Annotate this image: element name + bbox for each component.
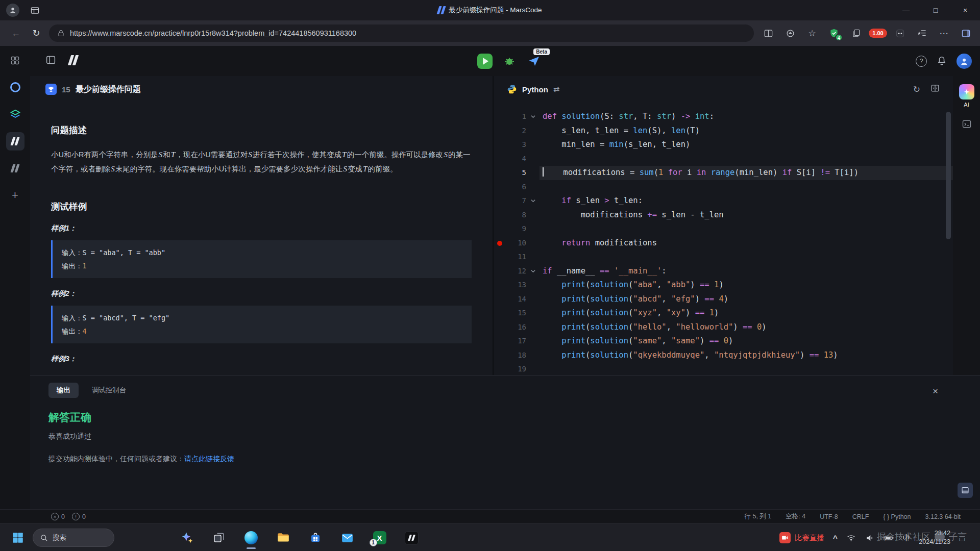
code-line-5[interactable]: 5 modifications = sum(1 for i in range(m… [494,166,953,180]
live-broadcast-button[interactable]: 比赛直播 [779,532,824,543]
rail-item-marscode-active[interactable] [6,132,24,151]
breakpoint-gutter[interactable] [494,124,505,138]
pages-icon[interactable] [850,27,862,39]
edge-icon[interactable] [244,531,258,545]
code-area[interactable]: 1def solution(S: str, T: str) -> int:2 s… [494,103,953,375]
code-line-6[interactable]: 6 [494,180,953,194]
favorites-bar-icon[interactable] [916,27,928,39]
line-number[interactable]: 19 [505,362,526,375]
code-line-15[interactable]: 15 print(solution("xyz", "xy") == 1) [494,306,953,320]
line-number[interactable]: 3 [505,138,526,152]
line-number[interactable]: 12 [505,264,526,279]
submit-button[interactable]: Beta [526,54,542,69]
feedback-link[interactable]: 请点此链接反馈 [184,455,234,463]
start-button[interactable] [11,531,24,544]
language-switch-icon[interactable]: ⇄ [553,85,560,94]
line-number[interactable]: 2 [505,124,526,138]
favorite-star-icon[interactable]: ☆ [806,27,818,39]
breakpoint-gutter[interactable] [494,278,505,292]
line-number[interactable]: 14 [505,292,526,307]
code-line-7[interactable]: 7 if s_len > t_len: [494,194,953,208]
line-number[interactable]: 4 [505,152,526,166]
browser-profile-avatar[interactable] [6,4,19,17]
code-line-4[interactable]: 4 [494,152,953,166]
line-number[interactable]: 7 [505,194,526,208]
line-number[interactable]: 17 [505,334,526,348]
store-icon[interactable] [308,531,322,545]
errors-indicator[interactable]: × 0 [51,513,65,520]
excel-icon[interactable]: X1 [373,531,386,545]
breakpoint-gutter[interactable] [494,250,505,264]
run-button[interactable] [477,54,493,69]
code-line-14[interactable]: 14 print(solution("abcd", "efg") == 4) [494,292,953,307]
line-number[interactable]: 16 [505,320,526,335]
rail-add-button[interactable]: + [6,186,24,205]
more-options-icon[interactable]: ⋯ [938,27,950,39]
breakpoint-gutter[interactable] [494,138,505,152]
line-number[interactable]: 18 [505,348,526,363]
help-button[interactable]: ? [916,56,927,67]
devtools-icon[interactable] [962,119,972,131]
tray-expand-icon[interactable]: ^ [833,534,838,542]
tab-output[interactable]: 输出 [48,383,79,398]
status-item-2[interactable]: UTF-8 [820,513,838,520]
breakpoint-gutter[interactable] [494,152,505,166]
line-number[interactable]: 10 [505,236,526,251]
breakpoint-gutter[interactable] [494,348,505,363]
adblock-shield-icon[interactable]: 4 [828,27,840,39]
taskbar-search[interactable]: 搜索 [33,529,114,547]
breakpoint-gutter[interactable] [494,292,505,307]
breakpoint-gutter[interactable] [494,208,505,222]
code-line-12[interactable]: 12if __name__ == '__main__': [494,264,953,279]
volume-icon[interactable] [865,533,875,543]
line-number[interactable]: 8 [505,208,526,222]
line-number[interactable]: 15 [505,306,526,320]
price-extension-badge[interactable]: 1.00 [872,27,884,39]
fold-chevron-icon[interactable] [526,110,540,124]
back-button[interactable]: ← [8,28,23,39]
breakpoint-gutter[interactable] [494,110,505,124]
taskbar-clock[interactable]: 23:42 2024/11/23 [919,529,950,547]
warnings-indicator[interactable]: ! 0 [72,513,86,520]
status-item-0[interactable]: 行 5, 列 1 [745,512,772,521]
breakpoint-gutter[interactable] [494,306,505,320]
breakpoint-gutter[interactable] [494,180,505,194]
battery-icon[interactable] [884,533,894,543]
breakpoint-gutter[interactable] [494,264,505,279]
code-line-19[interactable]: 19 [494,362,953,375]
code-line-10[interactable]: 10 return modifications [494,236,953,251]
status-item-4[interactable]: { } Python [883,513,911,520]
rail-item-courses[interactable] [6,105,24,123]
status-item-5[interactable]: 3.12.3 64-bit [925,513,961,520]
refresh-button[interactable]: ↻ [29,28,44,39]
code-line-2[interactable]: 2 s_len, t_len = len(S), len(T) [494,124,953,138]
fold-chevron-icon[interactable] [526,194,540,208]
rail-item-explore[interactable] [6,78,24,96]
close-button[interactable]: × [950,0,980,20]
ai-assistant-button[interactable]: AI [959,84,974,108]
line-number[interactable]: 11 [505,250,526,264]
breakpoint-gutter[interactable] [494,236,505,251]
line-number[interactable]: 1 [505,110,526,124]
format-code-icon[interactable] [930,84,940,95]
rail-item-marscode[interactable] [6,159,24,178]
mail-icon[interactable] [340,531,354,545]
fold-chevron-icon[interactable] [526,264,540,279]
line-number[interactable]: 6 [505,180,526,194]
code-line-16[interactable]: 16 print(solution("hello", "helloworld")… [494,320,953,335]
problem-content[interactable]: 问题描述 小U和小R有两个字符串，分别是S和T，现在小U需要通过对S进行若干次操… [30,103,493,364]
maximize-button[interactable]: □ [921,0,950,20]
ime-indicator[interactable]: 中 [903,533,911,543]
code-line-11[interactable]: 11 [494,250,953,264]
task-view-icon[interactable] [212,531,226,545]
rail-workspace-icon[interactable] [6,51,24,69]
file-explorer-icon[interactable] [276,531,290,545]
extension-icon[interactable] [894,27,906,39]
address-bar[interactable]: https://www.marscode.cn/practice/lnrp0r1… [49,24,754,42]
sidebar-toggle-icon[interactable] [960,27,972,39]
marscode-taskbar-icon[interactable] [405,531,419,545]
breakpoint-gutter[interactable] [494,166,505,180]
debug-button[interactable] [502,54,517,69]
copilot-icon[interactable] [180,531,193,545]
reset-code-icon[interactable]: ↻ [913,84,920,95]
